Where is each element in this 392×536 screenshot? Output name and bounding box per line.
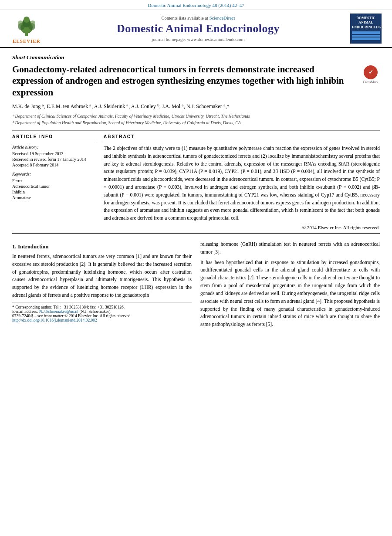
journal-citation-text: Domestic Animal Endocrinology 48 (2014) … <box>148 3 244 8</box>
journal-logo-line3: ENDOCRINOLOGY <box>352 25 380 30</box>
body-columns: 1. Introduction In neutered ferrets, adr… <box>12 241 380 331</box>
svg-point-6 <box>18 20 23 26</box>
journal-citation-bar: Domestic Animal Endocrinology 48 (2014) … <box>0 0 392 10</box>
journal-logo-box: DOMESTIC ANIMAL ENDOCRINOLOGY <box>350 14 382 44</box>
abstract-col: ABSTRACT The 2 objectives of this study … <box>104 134 380 230</box>
journal-logo-line2: ANIMAL <box>352 20 380 25</box>
keyword-3: Inhibin <box>12 190 95 194</box>
footnote-area: * Corresponding author. Tel.: +31 302531… <box>12 302 192 322</box>
corresponding-author-note: * Corresponding author. Tel.: +31 302531… <box>12 305 192 309</box>
sciencedirect-link[interactable]: ScienceDirect <box>210 16 235 20</box>
email-label: E-mail address: <box>12 309 38 314</box>
journal-header: ELSEVIER Contents lists available at Sci… <box>0 10 392 48</box>
email-name: (N.J. Schoemaker). <box>79 309 111 314</box>
issn-line: 0739-7240/$ – see front matter © 2014 El… <box>12 314 192 318</box>
crossmark-label: CrossMark <box>362 80 380 84</box>
keywords-label: Keywords: <box>12 172 95 176</box>
abstract-text: The 2 objectives of this study were to (… <box>104 145 380 222</box>
crossmark-badge: ✓ CrossMark <box>362 65 380 84</box>
affiliation-b: ᵇ Department of Population Health and Re… <box>12 119 380 126</box>
affiliation-a: ᵃ Department of Clinical Sciences of Com… <box>12 113 380 119</box>
journal-logo-section: DOMESTIC ANIMAL ENDOCRINOLOGY <box>350 14 385 44</box>
doi-link[interactable]: http://dx.doi.org/10.1016/j.domaniend.20… <box>12 318 97 322</box>
journal-logo-decoration <box>352 31 380 40</box>
article-info-col: ARTICLE INFO Article history: Received 1… <box>12 134 95 230</box>
authors-line: M.K. de Jong ᵃ, E.E.M. ten Asbroek ᵃ, A.… <box>12 102 380 110</box>
email-link[interactable]: N.J.Schoemaker@uu.nl <box>39 309 80 314</box>
divider-bottom-header <box>12 233 380 234</box>
elsevier-logo: ELSEVIER <box>7 14 46 44</box>
journal-name: Domestic Animal Endocrinology <box>51 22 346 35</box>
divider-top <box>12 130 380 131</box>
main-body: 1. Introduction In neutered ferrets, adr… <box>0 236 392 336</box>
abstract-divider <box>104 141 380 141</box>
journal-title-section: Contents lists available at ScienceDirec… <box>51 16 346 42</box>
crossmark-icon: ✓ <box>364 65 378 79</box>
keyword-4: Aromatase <box>12 195 95 200</box>
doi-line: http://dx.doi.org/10.1016/j.domaniend.20… <box>12 318 192 322</box>
sciencedirect-line: Contents lists available at ScienceDirec… <box>51 16 346 20</box>
elsevier-logo-section: ELSEVIER <box>7 14 46 44</box>
journal-logo-line1: DOMESTIC <box>352 16 380 20</box>
article-info-label: ARTICLE INFO <box>12 134 95 139</box>
accepted-date: Accepted 8 February 2014 <box>12 163 95 167</box>
received-date: Received 19 September 2013 <box>12 151 95 156</box>
revised-date: Received in revised form 17 January 2014 <box>12 157 95 162</box>
article-content: Short Communication Gonadectomy-related … <box>0 48 392 234</box>
journal-homepage-url: journal homepage: www.domesticanimalendo… <box>51 37 346 42</box>
email-line: E-mail address: N.J.Schoemaker@uu.nl (N.… <box>12 309 192 314</box>
article-info-divider <box>12 141 95 141</box>
intro-right-para2: It has been hypothesized that in respons… <box>200 259 380 329</box>
elsevier-tree-icon <box>14 14 40 37</box>
elsevier-wordmark: ELSEVIER <box>13 38 41 44</box>
keyword-2: Adrenocortical tumor <box>12 184 95 189</box>
body-col-right: releasing hormone (GnRH) stimulation tes… <box>200 241 380 331</box>
abstract-label: ABSTRACT <box>104 134 380 139</box>
affiliations: ᵃ Department of Clinical Sciences of Com… <box>12 113 380 126</box>
keyword-1: Ferret <box>12 178 95 183</box>
svg-point-3 <box>24 17 30 23</box>
intro-heading: 1. Introduction <box>12 243 192 250</box>
history-label: Article history: <box>12 145 95 149</box>
svg-point-7 <box>30 20 35 26</box>
intro-right-para1: releasing hormone (GnRH) stimulation tes… <box>200 241 380 256</box>
body-col-left: 1. Introduction In neutered ferrets, adr… <box>12 241 192 331</box>
article-info-abstract-row: ARTICLE INFO Article history: Received 1… <box>12 134 380 230</box>
intro-para1: In neutered ferrets, adrenocortical tumo… <box>12 253 192 299</box>
article-section-type: Short Communication <box>12 54 380 61</box>
copyright-line: © 2014 Elsevier Inc. All rights reserved… <box>104 225 380 230</box>
article-title-row: Gonadectomy-related adrenocortical tumor… <box>12 64 380 98</box>
article-title: Gonadectomy-related adrenocortical tumor… <box>12 64 362 98</box>
